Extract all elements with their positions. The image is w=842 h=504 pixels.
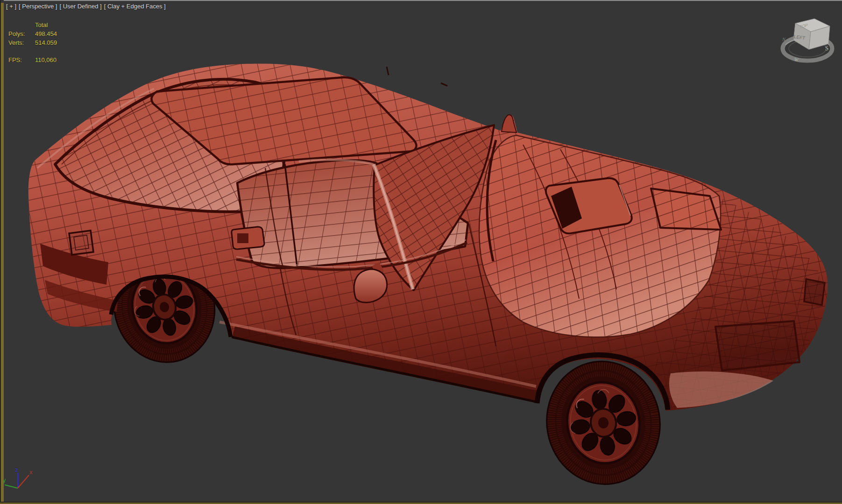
axis-z-label: z xyxy=(15,466,18,473)
stats-polys-label: Polys: xyxy=(8,29,35,38)
stats-verts-label: Verts: xyxy=(8,38,35,47)
bumper-recess xyxy=(715,321,800,371)
axis-x-line xyxy=(18,475,29,488)
viewport-3d[interactable]: [ + ] [ Perspective ] [ User Defined ] [… xyxy=(0,0,842,504)
door-handle xyxy=(232,227,264,249)
hood-scoop xyxy=(546,178,632,234)
scene-render xyxy=(0,0,842,504)
viewport-border-top xyxy=(4,0,842,1)
stats-fps-label: FPS: xyxy=(8,56,35,64)
stats-polys-value: 498.454 xyxy=(35,29,57,38)
fuel-door xyxy=(69,231,93,255)
stats-fps-value: 110,060 xyxy=(35,56,57,64)
stats-verts-value: 514.059 xyxy=(35,38,57,47)
stats-total-spacer xyxy=(8,21,35,29)
axis-x-label: x xyxy=(29,469,33,476)
viewport-menu-pov[interactable]: [ Perspective ] xyxy=(19,3,57,10)
world-axis-tripod: z x y xyxy=(0,464,51,504)
viewport-menu-camera[interactable]: [ User Defined ] xyxy=(59,3,101,10)
statistics-overlay: Total Polys: 498.454 Verts: 514.059 FPS:… xyxy=(8,21,57,64)
viewport-menu-general[interactable]: [ + ] xyxy=(6,3,16,10)
stats-total-header: Total xyxy=(35,21,48,29)
viewcube-cube[interactable]: TOP LEFT xyxy=(793,19,830,49)
active-viewport-border-left xyxy=(1,3,4,504)
viewcube[interactable]: S W N TOP LEFT xyxy=(775,14,842,70)
viewport-label: [ + ] [ Perspective ] [ User Defined ] [… xyxy=(6,3,166,10)
axis-y-line xyxy=(5,485,18,488)
viewport-menu-shading[interactable]: [ Clay + Edged Faces ] xyxy=(104,3,166,10)
viewcube-ring-north: N xyxy=(782,37,786,42)
front-turn-signal xyxy=(804,279,825,305)
